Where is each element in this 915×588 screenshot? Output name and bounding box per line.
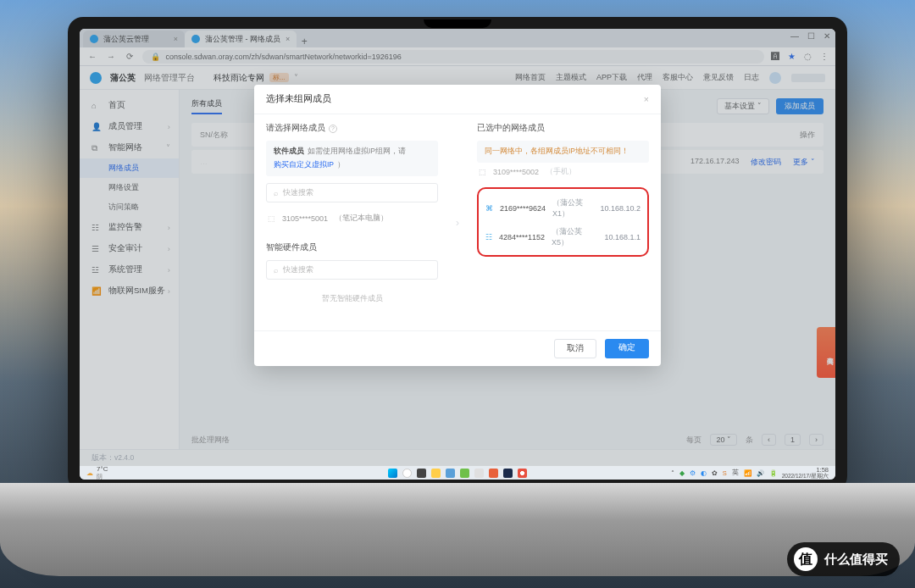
screen: 蒲公英云管理 × 蒲公英管理 - 网络成员 × + — ☐ ✕ ← → ⟳ 🔒 … [80,29,835,480]
quick-search-input[interactable]: ⌕ 快速搜索 [266,183,438,202]
app-icon[interactable] [474,469,484,478]
sw-hint: 如需使用网络虚拟IP组网，请 [308,147,406,157]
search-icon: ⌕ [274,266,278,275]
start-button[interactable] [388,469,397,478]
tray-icon[interactable]: ◆ [679,469,685,477]
sel-ip: 10.168.1.1 [604,233,640,241]
sel-desc: （蒲公英X1） [552,197,593,219]
weather-icon: ☁ [86,469,93,477]
tray-chevron-icon[interactable]: ˄ [671,469,674,477]
sel-sn: 4284****1152 [499,233,545,241]
sel-desc: （手机） [546,166,576,177]
selected-row[interactable]: ⌘ 2169****9624 （蒲公英X1） 10.168.10.2 [484,194,642,223]
sel-sn: 3109****5002 [493,168,539,176]
laptop-base [0,483,915,576]
search-button[interactable] [402,469,412,478]
confirm-button[interactable]: 确定 [605,339,649,358]
app-icon[interactable] [489,469,498,478]
sw-section: 软件成员 [274,147,304,157]
modal-right-panel: 已选中的网络成员 同一网络中，各组网成员IP地址不可相同！ ⬚ 3109****… [465,114,661,330]
sel-ip: 10.168.10.2 [600,204,640,213]
modal-overlay: 选择未组网成员 × 请选择网络成员? 软件成员 如需使用网络虚拟IP组网，请 购… [80,29,835,480]
battery-icon[interactable]: 🔋 [769,469,777,477]
modal-title: 选择未组网成员 [266,93,331,105]
app-icon[interactable] [460,469,469,478]
buy-vip-link[interactable]: 购买自定义虚拟IP [274,160,334,170]
help-icon[interactable]: ? [329,125,337,133]
taskbar: ☁ 7°C 阴 ˄ ◆ ⚙ [80,466,835,480]
hw-empty: 暂无智能硬件成员 [266,293,438,304]
wifi-icon[interactable]: 📶 [744,469,751,477]
clock[interactable]: 1:58 2022/12/17/星期六 [782,467,829,479]
search-placeholder: 快速搜索 [283,264,313,275]
select-member-modal: 选择未组网成员 × 请选择网络成员? 软件成员 如需使用网络虚拟IP组网，请 购… [254,85,661,366]
software-info: 软件成员 如需使用网络虚拟IP组网，请 购买自定义虚拟IP ） [266,141,438,176]
router-icon: ⌘ [485,204,493,213]
search-placeholder: 快速搜索 [283,187,313,198]
member-desc: （笔记本电脑） [335,213,388,224]
left-title: 请选择网络成员 [266,123,325,134]
laptop-bezel: 蒲公英云管理 × 蒲公英管理 - 网络成员 × + — ☐ ✕ ← → ⟳ 🔒 … [68,17,847,491]
modal-close-button[interactable]: × [644,94,649,104]
tray-icon[interactable]: ✿ [712,469,718,477]
sel-desc: （蒲公英X5） [552,226,597,248]
hw-section: 智能硬件成员 [266,242,438,253]
cancel-button[interactable]: 取消 [554,339,596,358]
router-icon: ☷ [485,233,492,241]
search-icon: ⌕ [274,189,278,197]
explorer-button[interactable] [431,469,441,478]
watermark-glyph: 值 [794,547,818,571]
sel-sn: 2169****9624 [500,204,546,213]
volume-icon[interactable]: 🔊 [757,469,764,477]
app-icon[interactable] [446,469,455,478]
photoshop-icon[interactable] [503,469,513,478]
device-icon: ⬚ [268,214,275,223]
chrome-icon[interactable] [518,469,527,478]
taskview-button[interactable] [417,469,426,478]
quick-search-input-2[interactable]: ⌕ 快速搜索 [266,260,438,280]
temp: 7°C [97,465,108,473]
ip-unique-warning: 同一网络中，各组网成员IP地址不可相同！ [477,141,649,163]
transfer-arrow-icon: › [450,114,465,330]
watermark-text: 什么值得买 [824,552,888,568]
tray-icon[interactable]: S [723,469,727,477]
device-icon: ⬚ [479,168,486,176]
member-row[interactable]: ⬚ 3105****5001 （笔记本电脑） [266,209,438,227]
system-tray: ˄ ◆ ⚙ ◐ ✿ S 英 📶 🔊 🔋 1:58 2022/12/17/星期六 [671,467,829,479]
date: 2022/12/17/星期六 [782,474,829,480]
tray-icon[interactable]: ◐ [701,469,707,477]
selected-row[interactable]: ⬚ 3109****5002 （手机） [477,163,649,180]
selected-row[interactable]: ☷ 4284****1152 （蒲公英X5） 10.168.1.1 [484,223,642,252]
modal-left-panel: 请选择网络成员? 软件成员 如需使用网络虚拟IP组网，请 购买自定义虚拟IP ）… [254,114,450,330]
ime-icon[interactable]: 英 [732,469,739,477]
cond: 阴 [97,473,108,480]
smzdm-watermark: 值 什么值得买 [787,542,900,576]
highlighted-selection: ⌘ 2169****9624 （蒲公英X1） 10.168.10.2 ☷ 428… [477,187,649,257]
camera-notch [424,19,491,28]
taskbar-center [388,469,527,478]
right-title: 已选中的网络成员 [477,123,545,134]
member-sn: 3105****5001 [282,214,328,223]
tray-icon[interactable]: ⚙ [690,469,696,477]
weather-widget[interactable]: ☁ 7°C 阴 [86,465,108,480]
